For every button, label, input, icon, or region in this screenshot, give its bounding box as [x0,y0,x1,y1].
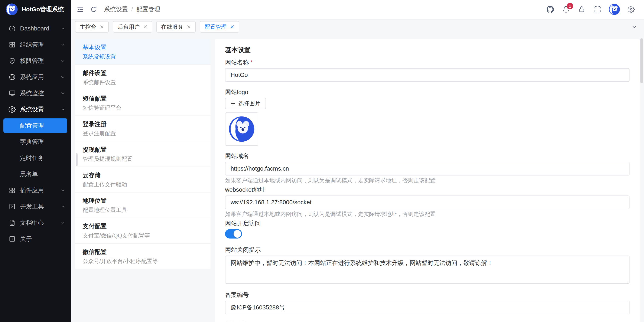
sidebar-item-label: 权限管理 [20,57,60,65]
sidebar-item-system-settings[interactable]: 系统设置 [0,101,71,118]
settings-nav-item-withdraw[interactable]: 提现配置 管理员提现规则配置 [75,141,210,167]
sidebar-item-dictionary-management[interactable]: 字典管理 [0,134,71,150]
user-avatar[interactable] [608,3,620,15]
select-image-button[interactable]: 选择图片 [225,98,266,109]
tab-label: 主控台 [80,23,96,31]
sidebar-item-label: 配置管理 [20,122,44,130]
sidebar-item-organization[interactable]: 组织管理 [0,37,71,53]
sidebar-item-label: 插件应用 [20,186,60,194]
settings-nav-title: 云存储 [83,171,203,179]
settings-nav-title: 邮件设置 [83,69,203,77]
breadcrumb-section[interactable]: 系统设置 [104,5,128,13]
settings-nav-panel: 基本设置 系统常规设置 邮件设置 系统邮件设置 短信配置 短信验证码平台 登录注… [75,39,210,269]
site-logo-preview[interactable] [225,112,258,146]
sidebar-item-blacklist[interactable]: 黑名单 [0,166,71,182]
tabs-dropdown-button[interactable] [629,21,640,32]
sidebar-item-label: 系统设置 [20,105,60,113]
sidebar-item-scheduled-tasks[interactable]: 定时任务 [0,150,71,166]
settings-button[interactable] [624,2,638,16]
chevron-down-icon [60,74,66,80]
tab-config-management[interactable]: 配置管理 [200,21,239,32]
github-button[interactable] [544,2,557,16]
basic-settings-form: 基本设置 网站名称 网站logo 选择图片 网站域名 [215,39,640,322]
site-name-input[interactable] [225,68,630,82]
sidebar-item-doc-center[interactable]: 文档中心 [0,215,71,231]
sidebar-item-label: 黑名单 [20,170,38,178]
websocket-field: websocket地址 如果客户端通过本地或内网访问，则认为是调试模式，走实际请… [225,186,630,218]
sidebar-item-permissions[interactable]: 权限管理 [0,53,71,69]
settings-nav-item-email[interactable]: 邮件设置 系统邮件设置 [75,65,210,90]
menu-fold-icon [76,6,84,13]
breadcrumb-page[interactable]: 配置管理 [136,5,160,13]
menu-collapse-button[interactable] [73,2,87,16]
refresh-button[interactable] [87,2,100,16]
tab-close-icon[interactable] [230,25,234,29]
settings-nav-subtitle: 公众号/开放平台/小程序配置等 [83,258,203,265]
page-scrollbar-thumb[interactable] [640,38,643,83]
site-domain-input[interactable] [225,162,630,175]
form-title: 基本设置 [225,46,630,54]
websocket-input[interactable] [225,196,630,209]
reload-icon [90,6,98,13]
info-icon [8,235,16,243]
tab-online-service[interactable]: 在线服务 [156,21,196,32]
app-logo[interactable]: HotGo管理系统 [0,0,71,19]
site-open-label: 网站开启访问 [225,220,630,227]
sidebar-item-label: 组织管理 [20,41,60,49]
tab-close-icon[interactable] [100,25,104,29]
header-actions: 1 [544,2,638,16]
sidebar-item-system-apps[interactable]: 系统应用 [0,69,71,85]
notifications-button[interactable]: 1 [559,2,573,16]
site-domain-field: 网站域名 如果客户端通过本地或内网访问，则认为是调试模式，走实际请求地址，否则走… [225,152,630,184]
settings-nav-title: 登录注册 [83,120,203,128]
sidebar-item-config-management[interactable]: 配置管理 [4,118,67,133]
lock-icon [578,6,586,13]
settings-nav-item-cloud-storage[interactable]: 云存储 配置上传文件驱动 [75,167,210,193]
site-open-toggle[interactable] [225,229,242,239]
tab-label: 后台用户 [118,23,140,31]
sidebar-item-plugin-apps[interactable]: 插件应用 [0,182,71,199]
sidebar-item-system-monitor[interactable]: 系统监控 [0,85,71,101]
close-tip-label: 网站关闭提示 [225,246,630,253]
chevron-down-icon [60,90,66,96]
tab-close-icon[interactable] [143,25,148,29]
copyright-label: 版权所有 [225,321,630,322]
copyright-field: 版权所有 [225,321,630,322]
site-name-label: 网站名称 [225,59,630,66]
avatar-logo-icon [608,3,620,15]
settings-nav-item-payment[interactable]: 支付配置 支付宝/微信/QQ支付配置等 [75,218,210,244]
tab-bar: 主控台 后台用户 在线服务 配置管理 [71,19,644,35]
tab-close-icon[interactable] [187,25,191,29]
settings-nav-subtitle: 短信验证码平台 [83,104,203,111]
settings-nav-item-sms[interactable]: 短信配置 短信验证码平台 [75,90,210,116]
lock-screen-button[interactable] [575,2,588,16]
settings-nav-subtitle: 配置上传文件驱动 [83,181,203,188]
nav-scrollbar-thumb[interactable] [76,153,78,166]
chevron-down-icon [60,188,66,193]
site-logo-label: 网站logo [225,89,630,96]
chevron-down-icon [60,204,66,209]
site-open-field: 网站开启访问 [225,220,630,239]
settings-nav-item-wechat[interactable]: 微信配置 公众号/开放平台/小程序配置等 [75,244,210,269]
icp-input[interactable] [225,301,630,314]
main-area: 系统设置 / 配置管理 1 [71,0,644,322]
close-tip-textarea[interactable]: 网站维护中，暂时无法访问！本网站正在进行系统维护和技术升级，网站暂时无法访问，敬… [225,256,630,284]
settings-nav-item-geolocation[interactable]: 地理位置 配置地理位置工具 [75,193,210,218]
gear-icon [628,6,635,13]
tab-admin-users[interactable]: 后台用户 [113,21,152,32]
site-logo-field: 网站logo 选择图片 [225,89,630,146]
tab-console[interactable]: 主控台 [75,21,109,32]
sidebar-item-dev-tools[interactable]: 开发工具 [0,199,71,215]
settings-nav-item-basic[interactable]: 基本设置 系统常规设置 [75,39,210,65]
site-logo-image [228,116,255,142]
settings-nav-item-login-register[interactable]: 登录注册 登录注册配置 [75,116,210,141]
fullscreen-button[interactable] [591,2,604,16]
sidebar-item-dashboard[interactable]: Dashboard [0,20,71,37]
tab-label: 配置管理 [204,23,227,31]
toggle-knob [234,230,241,238]
settings-nav-subtitle: 支付宝/微信/QQ支付配置等 [83,232,203,239]
settings-nav-subtitle: 系统邮件设置 [83,79,203,86]
sidebar-item-about[interactable]: 关于 [0,231,71,247]
sidebar-item-label: 字典管理 [20,138,44,146]
close-tip-field: 网站关闭提示 网站维护中，暂时无法访问！本网站正在进行系统维护和技术升级，网站暂… [225,246,630,285]
